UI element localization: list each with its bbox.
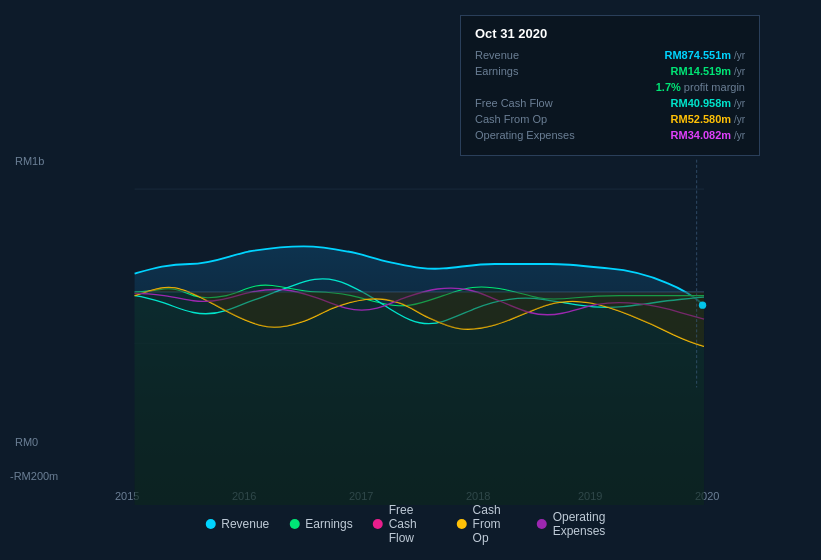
legend-item-revenue[interactable]: Revenue [205,517,269,531]
profit-margin-row: 1.7% profit margin [475,81,745,93]
tooltip-row-cashfromop: Cash From Op RM52.580m /yr [475,113,745,125]
tooltip-value-cashfromop: RM52.580m /yr [671,113,745,125]
legend-label-revenue: Revenue [221,517,269,531]
main-chart [0,145,821,505]
tooltip-value-revenue: RM874.551m /yr [664,49,745,61]
tooltip-row-earnings: Earnings RM14.519m /yr [475,65,745,77]
legend-dot-opex [537,519,547,529]
tooltip-value-earnings: RM14.519m /yr [671,65,745,77]
tooltip-label-opex: Operating Expenses [475,129,585,141]
legend-label-fcf: Free Cash Flow [389,503,437,545]
tooltip-label-revenue: Revenue [475,49,585,61]
tooltip-box: Oct 31 2020 Revenue RM874.551m /yr Earni… [460,15,760,156]
legend-item-cashfromop[interactable]: Cash From Op [457,503,517,545]
tooltip-row-opex: Operating Expenses RM34.082m /yr [475,129,745,141]
legend-dot-earnings [289,519,299,529]
tooltip-label-fcf: Free Cash Flow [475,97,585,109]
legend-dot-cashfromop [457,519,467,529]
legend-dot-fcf [373,519,383,529]
tooltip-row-fcf: Free Cash Flow RM40.958m /yr [475,97,745,109]
svg-point-4 [699,301,706,308]
chart-container: Oct 31 2020 Revenue RM874.551m /yr Earni… [0,0,821,560]
legend-label-earnings: Earnings [305,517,352,531]
tooltip-label-cashfromop: Cash From Op [475,113,585,125]
tooltip-row-revenue: Revenue RM874.551m /yr [475,49,745,61]
legend-item-earnings[interactable]: Earnings [289,517,352,531]
legend-item-opex[interactable]: Operating Expenses [537,510,616,538]
profit-margin-text: 1.7% profit margin [656,81,745,93]
tooltip-label-earnings: Earnings [475,65,585,77]
legend: Revenue Earnings Free Cash Flow Cash Fro… [205,503,616,545]
legend-label-cashfromop: Cash From Op [473,503,517,545]
legend-dot-revenue [205,519,215,529]
tooltip-value-fcf: RM40.958m /yr [671,97,745,109]
tooltip-title: Oct 31 2020 [475,26,745,41]
tooltip-value-opex: RM34.082m /yr [671,129,745,141]
legend-item-fcf[interactable]: Free Cash Flow [373,503,437,545]
profit-margin-value: 1.7% [656,81,681,93]
legend-label-opex: Operating Expenses [553,510,616,538]
